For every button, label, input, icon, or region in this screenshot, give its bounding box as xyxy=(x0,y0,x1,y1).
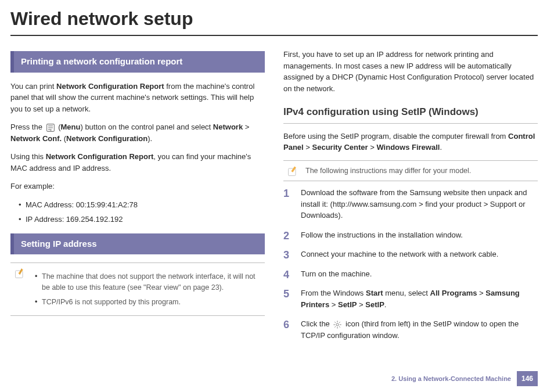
body-text: Using this Network Configuration Report,… xyxy=(10,151,265,174)
page-footer: 2. Using a Network-Connected Machine 146 xyxy=(391,371,538,386)
note-item: TCP/IPv6 is not supported by this progra… xyxy=(35,297,261,308)
step-item: Download the software from the Samsung w… xyxy=(283,187,538,229)
page-title: Wired network setup xyxy=(10,5,538,33)
footer-chapter: 2. Using a Network-Connected Machine xyxy=(391,374,511,384)
step-item: Connect your machine to the network with… xyxy=(283,249,538,268)
text: > xyxy=(243,123,249,131)
svg-line-15 xyxy=(335,322,336,323)
steps-list: Download the software from the Samsung w… xyxy=(283,187,538,349)
bold-text: Network xyxy=(213,123,243,131)
text: Click the xyxy=(301,319,332,328)
list-item: MAC Address: 00:15:99:41:A2:78 xyxy=(19,199,265,211)
footer-page-number: 146 xyxy=(517,371,538,386)
text: ) button on the control panel and select xyxy=(80,123,213,131)
step-item: Follow the instructions in the installat… xyxy=(283,229,538,249)
text: > xyxy=(304,143,312,152)
bold-text: SetIP xyxy=(365,300,384,309)
section-heading-set-ip: Setting IP address xyxy=(10,233,265,255)
list-item: IP Address: 169.254.192.192 xyxy=(19,214,265,225)
svg-line-16 xyxy=(339,326,340,328)
bold-text: Menu xyxy=(61,123,81,131)
text: You can print xyxy=(10,82,56,91)
body-text: First, you have to set up an IP address … xyxy=(283,49,538,94)
body-text: For example: xyxy=(10,181,265,192)
title-rule xyxy=(10,35,538,36)
svg-text:*: * xyxy=(50,129,52,132)
right-column: First, you have to set up an IP address … xyxy=(283,49,538,349)
bold-text: Security Center xyxy=(312,143,368,152)
bold-text: All Programs xyxy=(430,289,477,297)
gear-icon xyxy=(333,320,342,329)
bold-text: Windows Firewall xyxy=(376,143,440,152)
note-icon xyxy=(14,268,26,279)
text: > xyxy=(368,143,377,152)
bold-text: Network Configuration Report xyxy=(46,152,154,161)
text: Using this xyxy=(10,152,46,161)
svg-point-10 xyxy=(336,323,339,326)
left-column: Printing a network configuration report … xyxy=(10,49,265,349)
text: > xyxy=(357,300,365,309)
bold-text: Start xyxy=(366,289,383,297)
text: ( xyxy=(62,134,66,143)
svg-line-17 xyxy=(335,326,336,328)
example-list: MAC Address: 00:15:99:41:A2:78 IP Addres… xyxy=(10,199,265,225)
bold-text: Network Conf. xyxy=(10,134,62,143)
note-box: The following instructions may differ fo… xyxy=(283,160,538,182)
note-box: The machine that does not support the ne… xyxy=(10,262,265,316)
text: ). xyxy=(148,134,152,143)
step-item: Click the xyxy=(283,318,538,349)
note-icon xyxy=(287,166,298,177)
note-text: The following instructions may differ fo… xyxy=(305,167,471,175)
text: > xyxy=(477,289,485,297)
text: Press the xyxy=(10,123,45,131)
svg-line-18 xyxy=(339,322,340,323)
bold-text: Network Configuration Report xyxy=(56,82,164,91)
body-text: Press the * (Menu) button on the control… xyxy=(10,121,265,144)
text: . xyxy=(440,143,442,152)
text: Before using the SetIP program, disable … xyxy=(283,132,508,141)
text: > xyxy=(329,300,338,309)
text: menu, select xyxy=(383,289,430,297)
body-text: Before using the SetIP program, disable … xyxy=(283,131,538,153)
step-item: Turn on the machine. xyxy=(283,268,538,288)
section-heading-print-report: Printing a network configuration report xyxy=(10,51,265,73)
text: From the Windows xyxy=(301,289,366,297)
subheading-ipv4: IPv4 configuration using SetIP (Windows) xyxy=(283,105,538,124)
menu-button-icon: * xyxy=(46,123,55,132)
body-text: You can print Network Configuration Repo… xyxy=(10,81,265,115)
text: . xyxy=(384,300,387,309)
note-item: The machine that does not support the ne… xyxy=(35,271,261,293)
bold-text: Network Configuration xyxy=(66,134,148,143)
bold-text: SetIP xyxy=(338,300,357,309)
step-item: From the Windows Start menu, select All … xyxy=(283,287,538,318)
